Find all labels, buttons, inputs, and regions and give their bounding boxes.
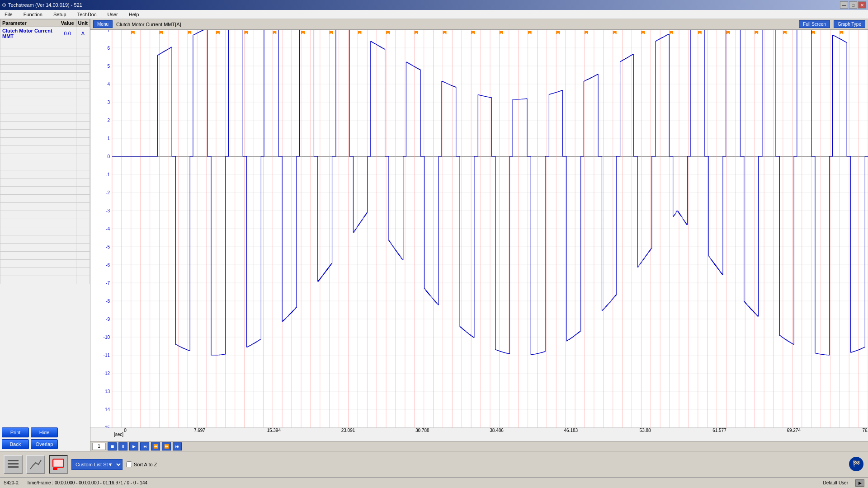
- param-name-clutch: Clutch Motor Current MMT: [0, 27, 59, 40]
- back-button[interactable]: Back: [2, 439, 29, 449]
- custom-list-dropdown[interactable]: Custom List St▼: [71, 459, 123, 470]
- svg-text:🏁: 🏁: [853, 460, 861, 468]
- param-row-empty: [0, 219, 90, 227]
- title-bar-controls[interactable]: — □ ✕: [840, 1, 866, 9]
- y-label: -12: [92, 371, 110, 376]
- stop-button[interactable]: ⏹: [108, 442, 117, 450]
- y-label: -13: [92, 389, 110, 394]
- col-unit: Unit: [76, 19, 90, 27]
- menu-techdoc[interactable]: TechDoc: [75, 11, 99, 18]
- time-frame: Time/Frame : 00:00.000 - 00:00.000 - 01:…: [27, 480, 147, 485]
- param-row-empty: [0, 130, 90, 138]
- param-row-empty: [0, 244, 90, 252]
- snapshot-tool-icon: [52, 458, 65, 471]
- x-label: 15.394: [267, 428, 281, 433]
- y-label: -6: [92, 263, 110, 267]
- svg-rect-131: [8, 460, 19, 461]
- svg-rect-132: [8, 463, 19, 465]
- default-user: Default User: [823, 480, 848, 485]
- hide-button[interactable]: Hide: [31, 427, 58, 437]
- app-title: Techstream (Ver 14.00.019) - 521: [8, 2, 82, 8]
- close-button[interactable]: ✕: [858, 1, 866, 9]
- graphtype-button[interactable]: Graph Type: [834, 20, 865, 28]
- menu-file[interactable]: File: [2, 11, 15, 18]
- sort-checkbox[interactable]: [126, 461, 132, 467]
- y-label: 1: [92, 136, 110, 141]
- param-row-empty: [0, 89, 90, 97]
- y-label: -7: [92, 281, 110, 286]
- param-row-empty: [0, 227, 90, 235]
- menu-function[interactable]: Function: [21, 11, 45, 18]
- y-label: -4: [92, 226, 110, 231]
- main-area: Parameter Value Unit Clutch Motor Curren…: [0, 19, 868, 451]
- x-label: 53.88: [640, 428, 651, 433]
- x-label: 30.788: [415, 428, 429, 433]
- flag-icon: 🏁: [848, 456, 864, 472]
- graph-area[interactable]: 76543210-1-2-3-4-5-6-7-8-9-10-11-12-13-1…: [90, 30, 868, 427]
- overlap-button[interactable]: Overlap: [31, 439, 58, 449]
- title-bar: ⚙ Techstream (Ver 14.00.019) - 521 — □ ✕: [0, 0, 868, 10]
- param-row-empty: [0, 105, 90, 113]
- param-row-empty: [0, 162, 90, 170]
- left-panel: Parameter Value Unit Clutch Motor Curren…: [0, 19, 90, 451]
- list-tool-button[interactable]: [4, 455, 23, 474]
- login-icon[interactable]: ▶: [855, 479, 864, 487]
- y-label: 3: [92, 100, 110, 105]
- frame-input[interactable]: [92, 443, 106, 450]
- param-row-empty: [0, 65, 90, 73]
- param-row-empty: [0, 154, 90, 162]
- app-icon: ⚙: [2, 2, 6, 8]
- param-row-empty: [0, 113, 90, 122]
- menu-setup[interactable]: Setup: [51, 11, 69, 18]
- play-button[interactable]: ▶: [129, 442, 138, 450]
- param-row-empty: [0, 187, 90, 195]
- menu-user[interactable]: User: [104, 11, 120, 18]
- x-label: 46.183: [564, 428, 578, 433]
- param-row-empty: [0, 178, 90, 187]
- maximize-button[interactable]: □: [849, 1, 857, 9]
- graph-tool-button[interactable]: [26, 455, 45, 474]
- y-label: -9: [92, 317, 110, 322]
- minimize-button[interactable]: —: [840, 1, 848, 9]
- sort-checkbox-area: Sort A to Z: [126, 461, 157, 467]
- param-row-empty: [0, 40, 90, 48]
- svg-rect-136: [53, 468, 57, 470]
- playback-bar: ⏹ ⏸ ▶ ⏮ ⏪ ⏩ ⏭: [90, 441, 868, 451]
- menu-button[interactable]: Menu: [93, 20, 113, 28]
- graph-svg: [112, 30, 868, 427]
- param-row-empty: [0, 170, 90, 178]
- param-row-empty: [0, 138, 90, 146]
- y-label: -3: [92, 208, 110, 213]
- parameter-table: Parameter Value Unit Clutch Motor Curren…: [0, 19, 90, 284]
- rewind-button[interactable]: ⏪: [151, 442, 160, 450]
- y-label: -10: [92, 335, 110, 340]
- y-label: -1: [92, 172, 110, 177]
- param-row-empty: [0, 252, 90, 260]
- menu-help[interactable]: Help: [126, 11, 142, 18]
- x-axis-labels: 07.69715.39423.09130.78838.48646.18353.8…: [125, 428, 868, 441]
- pause-button[interactable]: ⏸: [118, 442, 127, 450]
- svg-rect-133: [8, 466, 19, 468]
- y-label: 4: [92, 82, 110, 87]
- flag-area: 🏁: [848, 456, 864, 473]
- param-row-empty: [0, 260, 90, 268]
- y-label: 6: [92, 46, 110, 51]
- x-label: 61.577: [712, 428, 726, 433]
- y-label: -11: [92, 353, 110, 358]
- y-axis: 76543210-1-2-3-4-5-6-7-8-9-10-11-12-13-1…: [90, 30, 112, 427]
- fullscreen-button[interactable]: Full Screen: [799, 20, 830, 28]
- param-row-empty: [0, 235, 90, 244]
- plot-area: [112, 30, 868, 427]
- param-unit-clutch: A: [76, 27, 90, 40]
- y-label: -5: [92, 244, 110, 249]
- rewind-start-button[interactable]: ⏮: [140, 442, 149, 450]
- snapshot-tool-button[interactable]: [49, 455, 68, 474]
- print-button[interactable]: Print: [2, 427, 29, 437]
- param-row-empty: [0, 276, 90, 284]
- graph-toolbar: Menu Clutch Motor Current MMT[A] Full Sc…: [90, 19, 868, 30]
- x-axis-area: [sec] 07.69715.39423.09130.78838.48646.1…: [90, 427, 868, 441]
- sort-label: Sort A to Z: [134, 462, 157, 467]
- forward-button[interactable]: ⏩: [162, 442, 171, 450]
- menu-bar: File Function Setup TechDoc User Help: [0, 10, 868, 19]
- forward-end-button[interactable]: ⏭: [173, 442, 182, 450]
